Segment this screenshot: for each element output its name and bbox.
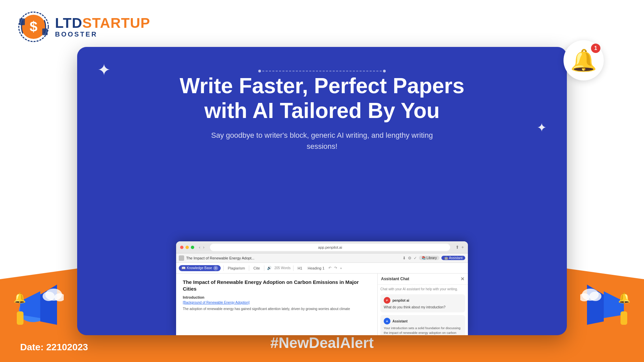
svg-rect-3 <box>19 18 25 25</box>
svg-text:$: $ <box>30 19 37 35</box>
assistant-avatar: A <box>384 318 390 324</box>
knowledge-base-pill[interactable]: 📖 Knowledge Base 0 <box>179 265 221 271</box>
star-decoration-right: ✦ <box>537 121 547 135</box>
add-tab-icon: + <box>461 245 464 250</box>
download-icon: ⬇ <box>402 256 406 260</box>
kb-count: 0 <box>213 266 218 270</box>
browser-bar: ‹ › app.penpilot.ai ⬆ + <box>176 241 468 253</box>
browser-nav: ‹ › <box>199 245 205 250</box>
bell-container[interactable]: 🔔 1 <box>564 40 604 80</box>
browser-actions: ⬆ + <box>455 245 464 250</box>
word-count: 205 Words <box>274 266 290 270</box>
toolbar-separator-2 <box>249 265 249 271</box>
user-chat-row: P penpilot ai <box>384 297 462 304</box>
svg-point-18 <box>589 292 601 301</box>
assistant-button[interactable]: 🤖 Assistant <box>441 256 465 260</box>
ai-panel-header: Assistant Chat ✕ <box>378 274 468 285</box>
toolbar-separator-4 <box>293 265 293 271</box>
check-icon: ✓ <box>414 256 417 260</box>
browser-screenshot: ‹ › app.penpilot.ai ⬆ + The Impact of Re… <box>176 241 468 335</box>
svg-text:🔔: 🔔 <box>618 292 631 304</box>
library-button[interactable]: 📚 Library <box>419 256 439 260</box>
megaphone-right: 🔔 <box>580 281 634 342</box>
ai-chat-subtitle: Chat with your AI assistant for help wit… <box>380 287 465 291</box>
ai-assistant-panel: Assistant Chat ✕ Chat with your AI assis… <box>377 274 468 335</box>
card-content: ✦ ✦ Write Faster, Perfect Papers with AI… <box>77 47 567 152</box>
browser-url-bar[interactable]: app.penpilot.ai <box>210 244 450 251</box>
main-card: ✦ ✦ Write Faster, Perfect Papers with AI… <box>77 47 567 335</box>
redo-icon[interactable]: ↷ <box>334 266 337 270</box>
user-chat-name: penpilot ai <box>392 299 409 302</box>
dot-left <box>258 70 261 72</box>
book-icon: 📖 <box>181 266 185 270</box>
logo-booster: BOOSTER <box>55 31 150 38</box>
plagiarism-button[interactable]: Plagiarism <box>226 266 246 270</box>
dot-right <box>383 70 386 72</box>
editor-main: The Impact of Renewable Energy Adoption … <box>176 274 468 335</box>
nav-back: ‹ <box>199 245 200 250</box>
dotted-line <box>262 71 382 71</box>
browser-dot-red <box>180 246 183 249</box>
more-icon[interactable]: + <box>340 266 342 270</box>
intro-label: Introduction <box>183 295 371 299</box>
bell-badge: 1 <box>591 44 600 53</box>
megaphone-left: 🔔 <box>10 281 64 342</box>
logo-startup: STARTUP <box>83 15 150 31</box>
assistant-response: Your introduction sets a solid foundatio… <box>384 326 462 335</box>
settings-icon: ⚙ <box>408 256 412 260</box>
hero-subtext: Say goodbye to writer's block, generic A… <box>205 130 439 152</box>
editor-content[interactable]: The Impact of Renewable Energy Adoption … <box>176 274 377 335</box>
assistant-chat-bubble: A Assistant Your introduction sets a sol… <box>380 315 465 335</box>
dotted-line-container <box>258 70 386 72</box>
toolbar-separator-3 <box>264 265 264 271</box>
document-title: The Impact of Renewable Energy Adoption … <box>183 279 371 292</box>
intro-link[interactable]: [Background of Renewable Energy Adoption… <box>183 301 371 304</box>
heading-label[interactable]: Heading 1 <box>306 266 326 270</box>
browser-tab-bar: The Impact of Renewable Energy Adopt... … <box>176 253 468 263</box>
assistant-chat-row: A Assistant <box>384 318 462 324</box>
user-chat-question: What do you think about my introduction? <box>384 305 462 310</box>
header: $ LTDSTARTUP BOOSTER <box>17 10 150 44</box>
browser-dot-green <box>191 246 194 249</box>
ai-panel-close-button[interactable]: ✕ <box>461 276 465 282</box>
editor-body: The adoption of renewable energy has gai… <box>183 306 371 311</box>
toolbar-separator-1 <box>223 265 224 271</box>
svg-rect-15 <box>621 311 627 325</box>
browser-dot-yellow <box>185 246 189 249</box>
cite-button[interactable]: Cite <box>252 266 261 270</box>
tab-icon <box>179 255 184 261</box>
logo-text: LTDSTARTUP BOOSTER <box>55 16 150 38</box>
nav-forward: › <box>203 245 204 250</box>
hero-headline: Write Faster, Perfect Papers with AI Tai… <box>97 74 547 123</box>
user-chat-bubble: P penpilot ai What do you think about my… <box>380 294 465 312</box>
svg-rect-8 <box>17 311 23 325</box>
editor-toolbar: 📖 Knowledge Base 0 Plagiarism Cite 🔊 205… <box>176 263 468 274</box>
user-avatar: P <box>384 297 390 304</box>
svg-rect-4 <box>42 28 48 35</box>
logo-ltd: LTD <box>55 15 83 31</box>
browser-tab-title: The Impact of Renewable Energy Adopt... <box>186 256 400 260</box>
undo-icon[interactable]: ↶ <box>328 266 331 270</box>
word-count-icon: 🔊 <box>267 266 272 270</box>
star-decoration-left: ✦ <box>97 60 111 79</box>
heading-level[interactable]: H1 <box>296 266 304 270</box>
logo-icon: $ <box>17 10 50 44</box>
svg-point-11 <box>43 292 55 301</box>
date-label: Date: 22102023 <box>20 342 88 353</box>
svg-text:🔔: 🔔 <box>13 292 26 304</box>
assistant-chat-name: Assistant <box>392 319 408 323</box>
ai-panel-title: Assistant Chat <box>381 277 409 281</box>
ai-chat-area: Chat with your AI assistant for help wit… <box>378 285 468 335</box>
share-icon: ⬆ <box>455 245 459 250</box>
